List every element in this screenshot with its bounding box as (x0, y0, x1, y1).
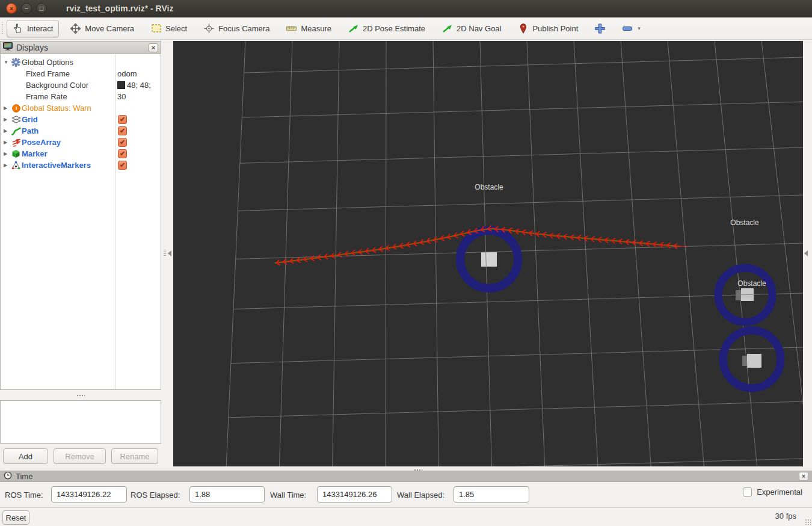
time-panel-title: Time (16, 472, 799, 481)
tree-label: Path (22, 126, 38, 135)
tool-move-camera[interactable]: Move Camera (65, 20, 140, 37)
enabled-checkbox[interactable]: ✔ (118, 115, 127, 124)
property-label: Frame Rate (26, 92, 67, 101)
tool-select[interactable]: Select (146, 20, 192, 37)
pin-icon (518, 23, 528, 34)
grid-line (715, 41, 757, 466)
property-value[interactable]: 30 (117, 92, 126, 101)
render-viewport[interactable]: ObstacleObstacleObstacle (173, 41, 803, 466)
window-close-button[interactable]: × (6, 3, 17, 14)
tool-add-tool[interactable] (589, 20, 611, 37)
expander-right-icon[interactable]: ▶ (4, 162, 10, 168)
main-area: Displays × ▼Global OptionsFixed Frameodo… (0, 40, 812, 469)
tool-remove-tool[interactable]: ▾ (617, 20, 646, 37)
titlebar: × − □ rviz_test_optim.rviz* - RViz (0, 0, 812, 17)
monitor-icon (3, 42, 13, 53)
grid-line (574, 41, 598, 466)
green-arrow-icon (348, 23, 358, 34)
enabled-checkbox[interactable]: ✔ (118, 149, 127, 158)
marker-square (481, 252, 497, 267)
tree-splitter-handle[interactable] (0, 390, 161, 400)
move-icon (70, 23, 81, 34)
tool-label: Move Camera (85, 24, 134, 33)
enabled-checkbox[interactable]: ✔ (118, 138, 127, 147)
wall-time-input[interactable] (317, 486, 392, 503)
experimental-label: Experimental (757, 487, 802, 497)
tree-row-marker[interactable]: ▶Marker✔ (1, 148, 161, 159)
enabled-checkbox[interactable]: ✔ (118, 161, 127, 170)
expander-right-icon[interactable]: ▶ (4, 140, 10, 145)
grid-line (621, 41, 651, 466)
ros-time-input[interactable] (51, 486, 127, 503)
enabled-checkbox[interactable]: ✔ (118, 126, 127, 135)
property-value[interactable]: odom (117, 69, 137, 78)
time-close-button[interactable]: × (799, 472, 808, 481)
tree-row-posearray[interactable]: ▶PoseArray✔ (1, 137, 161, 148)
tree-row-background-color[interactable]: Background Color48; 48; (1, 79, 161, 91)
value-text: 30 (117, 92, 126, 101)
tree-row-grid[interactable]: ▶Grid✔ (1, 114, 161, 125)
experimental-checkbox-row: Experimental (743, 487, 802, 497)
expander-right-icon[interactable]: ▶ (4, 117, 10, 122)
tool-2d-pose-estimate[interactable]: 2D Pose Estimate (343, 20, 431, 37)
left-collapse-arrow-icon[interactable] (168, 250, 171, 256)
tool-label: 2D Pose Estimate (363, 24, 425, 33)
rename-button[interactable]: Rename (111, 448, 158, 464)
time-field-label: ROS Time: (5, 490, 43, 500)
obstacle-label: Obstacle (730, 218, 759, 227)
toolbar-drag-handle-icon[interactable] (1, 22, 5, 34)
add-button[interactable]: Add (3, 448, 48, 464)
tool-publish-point[interactable]: Publish Point (512, 20, 583, 37)
tree-label: Grid (22, 115, 38, 124)
tree-row-path[interactable]: ▶Path✔ (1, 125, 161, 137)
tree-row-fixed-frame[interactable]: Fixed Frameodom (1, 68, 161, 79)
left-splitter-dots-icon[interactable] (164, 250, 166, 257)
tool-label: 2D Nav Goal (457, 24, 501, 33)
right-collapse-arrow-icon[interactable] (804, 250, 808, 256)
property-value[interactable]: 48; 48; (117, 81, 151, 90)
remove-button[interactable]: Remove (54, 448, 106, 464)
marker-square (747, 354, 761, 368)
grid-line (226, 459, 803, 466)
tool-interact[interactable]: Interact (7, 20, 59, 37)
experimental-checkbox[interactable] (743, 487, 752, 497)
window-minimize-button[interactable]: − (21, 3, 32, 14)
tool-measure[interactable]: Measure (281, 20, 337, 37)
chevron-down-icon[interactable]: ▾ (638, 25, 641, 31)
value-text: 48; 48; (127, 81, 151, 90)
grid-line (386, 41, 386, 466)
time-panel-header: Time × (0, 471, 812, 482)
tool-2d-nav-goal[interactable]: 2D Nav Goal (437, 20, 506, 37)
tree-label: Global Status: Warn (22, 104, 91, 113)
grid-line (238, 195, 803, 211)
tool-label: Publish Point (532, 24, 578, 33)
tree-row-frame-rate[interactable]: Frame Rate30 (1, 91, 161, 102)
focus-icon (204, 23, 214, 34)
tool-focus-camera[interactable]: Focus Camera (198, 20, 275, 37)
expander-right-icon[interactable]: ▶ (4, 105, 10, 111)
expander-down-icon[interactable]: ▼ (4, 60, 10, 65)
wall-elapsed-input[interactable] (454, 486, 529, 503)
tree-row-interactivemarkers[interactable]: ▶InteractiveMarkers✔ (1, 159, 161, 171)
tree-label: Global Options (22, 58, 73, 67)
ruler-icon (286, 23, 297, 34)
tool-label: Measure (301, 24, 331, 33)
ros-elapsed-input[interactable] (189, 486, 265, 503)
clock-icon (4, 471, 12, 482)
display-description-box (0, 400, 161, 444)
window-maximize-button[interactable]: □ (36, 3, 47, 14)
reset-button[interactable]: Reset (2, 510, 29, 525)
window-resize-grip[interactable] (805, 519, 811, 525)
displays-panel: Displays × ▼Global OptionsFixed Frameodo… (0, 41, 161, 469)
grid-line (244, 57, 803, 73)
displays-close-button[interactable]: × (149, 43, 158, 52)
expander-right-icon[interactable]: ▶ (4, 151, 10, 156)
tree-row-global-status-warn[interactable]: ▶!Global Status: Warn (1, 102, 161, 114)
tree-row-global-options[interactable]: ▼Global Options (1, 57, 161, 68)
grid-line (229, 401, 803, 418)
expander-right-icon[interactable]: ▶ (4, 128, 10, 134)
obstacle-label: Obstacle (737, 279, 766, 288)
grid-line (279, 41, 292, 466)
displays-tree: ▼Global OptionsFixed FrameodomBackground… (0, 54, 161, 390)
grid-icon (10, 116, 22, 123)
